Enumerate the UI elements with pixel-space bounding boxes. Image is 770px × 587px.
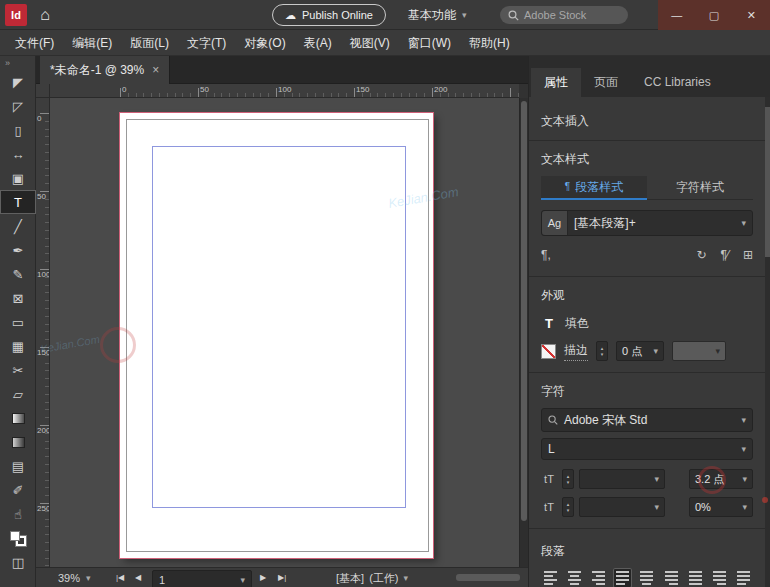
align-right-button[interactable] — [589, 568, 608, 587]
minimize-button[interactable]: — — [658, 0, 695, 30]
home-icon[interactable]: ⌂ — [33, 3, 57, 27]
tab-pages[interactable]: 页面 — [581, 68, 631, 97]
vertical-scrollbar-thumb[interactable] — [521, 101, 527, 521]
justify-all-button[interactable] — [686, 568, 705, 587]
panel-collapse-icon[interactable]: » — [0, 56, 35, 70]
next-page-button[interactable]: ▶ — [260, 568, 266, 587]
indesign-app-icon[interactable]: Id — [5, 4, 27, 26]
style-panel-icon[interactable]: ⊞ — [743, 248, 753, 262]
clear-override-icon[interactable]: ¶⁄ — [720, 248, 728, 262]
page-number-dropdown[interactable]: 1 ▾ — [152, 570, 252, 587]
direct-selection-tool[interactable]: ◸ — [0, 94, 36, 118]
last-page-button[interactable]: ▶| — [278, 568, 286, 587]
gap-tool[interactable]: ↔ — [0, 142, 36, 166]
content-collector-tool[interactable]: ▣ — [0, 166, 36, 190]
stepper-down-icon[interactable]: ▾ — [567, 507, 570, 513]
fill-label[interactable]: 填色 — [565, 315, 589, 332]
close-button[interactable]: ✕ — [733, 0, 770, 30]
gradient-swatch-tool[interactable] — [0, 406, 36, 430]
paragraph-style-dropdown[interactable]: Ag [基本段落]+ ▾ — [541, 210, 753, 236]
rectangle-frame-tool[interactable]: ⊠ — [0, 286, 36, 310]
gradient-feather-tool[interactable] — [0, 430, 36, 454]
maximize-button[interactable]: ▢ — [695, 0, 732, 30]
preflight-menu[interactable]: [基本] (工作) ▾ — [336, 568, 408, 587]
leading-dropdown[interactable]: 3.2 点 ▾ — [689, 469, 753, 489]
zoom-level-dropdown[interactable]: 39% ▾ — [58, 568, 114, 587]
font-family-dropdown[interactable]: Adobe 宋体 Std ▾ — [541, 408, 753, 432]
menu-type[interactable]: 文字(T) — [178, 30, 235, 56]
ruler-origin-box[interactable] — [36, 84, 50, 98]
type-tool[interactable]: T — [0, 190, 36, 214]
adobe-stock-search-input[interactable]: Adobe Stock — [500, 6, 628, 24]
menu-edit[interactable]: 编辑(E) — [63, 30, 121, 56]
font-style-dropdown[interactable]: L ▾ — [541, 438, 753, 460]
publish-online-button[interactable]: ☁ Publish Online — [272, 4, 386, 26]
menu-window[interactable]: 窗口(W) — [399, 30, 460, 56]
justify-last-center-button[interactable] — [637, 568, 656, 587]
pen-tool[interactable]: ✒ — [0, 238, 36, 262]
horizontal-scrollbar-thumb[interactable] — [456, 574, 520, 581]
horizontal-grid-tool[interactable]: ▦ — [0, 334, 36, 358]
tab-properties[interactable]: 属性 — [531, 68, 581, 97]
character-styles-tab[interactable]: 字符样式 — [647, 176, 753, 200]
page-tool[interactable]: ▯ — [0, 118, 36, 142]
hruler-label: 100 — [278, 85, 291, 94]
stroke-label[interactable]: 描边 — [564, 342, 588, 361]
eyedropper-tool[interactable]: ✐ — [0, 478, 36, 502]
previous-page-button[interactable]: ◀ — [135, 568, 141, 587]
note-tool[interactable]: ▤ — [0, 454, 36, 478]
stroke-type-dropdown[interactable]: ▾ — [672, 341, 726, 361]
document-page[interactable] — [120, 113, 433, 558]
horizontal-ruler[interactable]: 0 50 100 150 200 — [50, 84, 519, 98]
tracking-dropdown[interactable]: 0% ▾ — [689, 497, 753, 517]
menu-table[interactable]: 表(A) — [295, 30, 341, 56]
fill-color-icon[interactable]: T — [541, 315, 557, 331]
fill-stroke-swatch[interactable] — [0, 526, 36, 550]
paragraph-styles-tab[interactable]: ¶ 段落样式 — [541, 176, 647, 200]
hand-tool[interactable]: ☝ — [0, 502, 36, 526]
align-center-button[interactable] — [565, 568, 584, 587]
pasteboard[interactable] — [50, 98, 519, 567]
kerning-stepper[interactable]: ▴ ▾ — [562, 497, 574, 517]
font-size-stepper[interactable]: ▴ ▾ — [562, 469, 574, 489]
pencil-tool[interactable]: ✎ — [0, 262, 36, 286]
panel-scrollbar[interactable] — [765, 97, 770, 587]
redefine-style-icon[interactable]: ↻ — [696, 248, 706, 262]
kerning-dropdown[interactable]: ▾ — [579, 497, 665, 517]
first-page-button[interactable]: |◀ — [116, 568, 124, 587]
menu-layout[interactable]: 版面(L) — [121, 30, 178, 56]
align-toward-spine-button[interactable] — [710, 568, 729, 587]
stepper-down-icon[interactable]: ▾ — [601, 351, 604, 357]
vertical-scrollbar[interactable] — [519, 98, 528, 567]
show-paragraph-marks-icon[interactable]: ¶, — [541, 248, 551, 262]
text-insert-section-title: 文本插入 — [541, 113, 753, 130]
vertical-ruler[interactable]: 0 50 100 150 200 250 — [36, 98, 50, 567]
tab-cc-libraries[interactable]: CC Libraries — [631, 68, 724, 97]
stroke-weight-dropdown[interactable]: 0 点 ▾ — [616, 341, 664, 361]
tab-close-icon[interactable]: × — [152, 56, 159, 84]
stepper-down-icon[interactable]: ▾ — [567, 479, 570, 485]
document-tab[interactable]: *未命名-1 @ 39% × — [40, 56, 170, 84]
menu-file[interactable]: 文件(F) — [6, 30, 63, 56]
panel-scrollbar-thumb[interactable] — [765, 107, 770, 257]
paragraph-section-title: 段落 — [541, 543, 753, 560]
font-size-dropdown[interactable]: ▾ — [579, 469, 665, 489]
stroke-weight-stepper[interactable]: ▴ ▾ — [596, 341, 608, 361]
rectangle-tool[interactable]: ▭ — [0, 310, 36, 334]
free-transform-tool[interactable]: ▱ — [0, 382, 36, 406]
menu-view[interactable]: 视图(V) — [341, 30, 399, 56]
align-away-from-spine-button[interactable] — [734, 568, 753, 587]
selection-tool[interactable]: ◤ — [0, 70, 36, 94]
justify-last-left-button[interactable] — [613, 568, 632, 587]
line-tool[interactable]: ╱ — [0, 214, 36, 238]
vruler-label: 250 — [37, 504, 50, 513]
workspace-switcher[interactable]: 基本功能 ▾ — [408, 4, 467, 26]
justify-last-right-button[interactable] — [662, 568, 681, 587]
screen-mode-button[interactable]: ◫ — [0, 550, 36, 574]
scissors-tool[interactable]: ✂ — [0, 358, 36, 382]
paragraph-style-value: [基本段落]+ — [574, 215, 636, 232]
stroke-color-swatch[interactable] — [541, 344, 556, 359]
menu-object[interactable]: 对象(O) — [235, 30, 294, 56]
align-left-button[interactable] — [541, 568, 560, 587]
menu-help[interactable]: 帮助(H) — [460, 30, 519, 56]
